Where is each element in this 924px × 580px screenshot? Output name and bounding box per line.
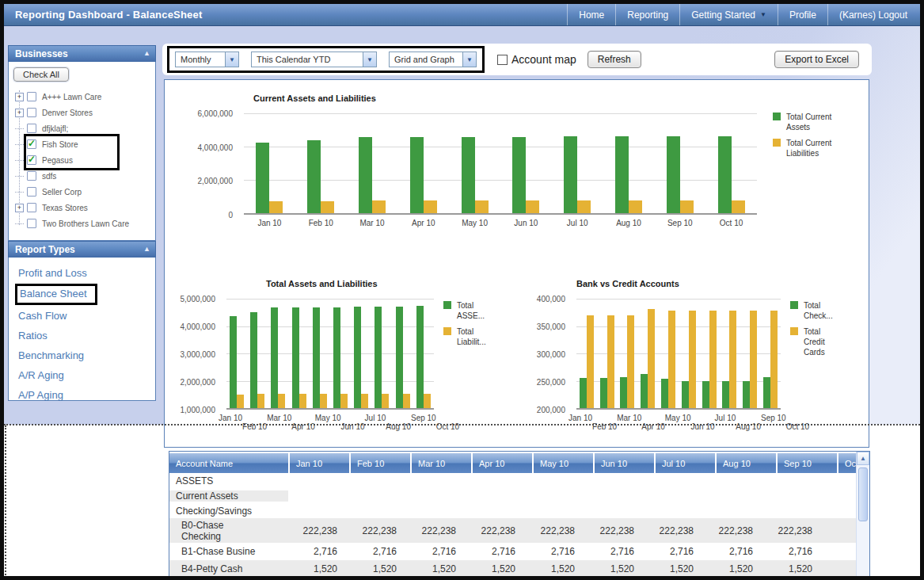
period-dropdown-value: Monthly [176, 52, 225, 67]
collapse-arrow-icon[interactable]: ▲ [143, 246, 150, 253]
nav-home[interactable]: Home [567, 4, 615, 25]
column-header-oct[interactable]: Oct [838, 453, 856, 473]
tree-stub [15, 192, 24, 193]
bar-group [763, 299, 778, 408]
unchecked-checkbox-icon[interactable] [27, 187, 36, 197]
report-types-panel-header[interactable]: Report Types ▲ [8, 241, 156, 258]
bar-green[interactable] [620, 377, 627, 408]
bar-green[interactable] [641, 374, 648, 408]
value-cell: 1,520 [466, 563, 526, 574]
refresh-button[interactable]: Refresh [587, 51, 641, 68]
value-cell: 1,520 [645, 563, 704, 574]
bar-yellow[interactable] [689, 311, 696, 408]
date-range-dropdown[interactable]: This Calendar YTD ▼ [251, 52, 377, 67]
bar-yellow[interactable] [648, 309, 655, 408]
x-tick-label: May 10 [665, 414, 691, 422]
chevron-down-icon[interactable]: ▼ [363, 52, 376, 67]
column-header-sep-10[interactable]: Sep 10 [778, 453, 837, 473]
column-header-feb-10[interactable]: Feb 10 [351, 453, 410, 473]
account-name-cell: Checking/Savings [169, 506, 288, 517]
expand-plus-icon[interactable]: + [15, 109, 24, 117]
grid-vertical-scrollbar[interactable]: ▲ [856, 452, 869, 576]
table-row-b0-chase-checking: B0-ChaseChecking222,238222,238222,238222… [169, 518, 856, 543]
view-mode-dropdown-value: Grid and Graph [390, 52, 462, 67]
legend-item: TotalCreditCards [790, 326, 833, 357]
nav-profile[interactable]: Profile [778, 4, 827, 25]
export-to-excel-button[interactable]: Export to Excel [774, 51, 859, 68]
scrollbar-thumb[interactable] [858, 467, 868, 521]
column-header-account-name[interactable]: Account Name [169, 453, 288, 473]
bar-yellow[interactable] [750, 311, 757, 408]
checkbox-icon[interactable] [497, 55, 508, 65]
column-header-may-10[interactable]: May 10 [534, 453, 593, 473]
page-title: Reporting Dashboard - BalanceSheet [4, 9, 203, 21]
bar-green[interactable] [702, 381, 709, 409]
bar-yellow[interactable] [729, 311, 736, 408]
bar-green[interactable] [600, 378, 607, 408]
column-header-jun-10[interactable]: Jun 10 [595, 453, 654, 473]
bar-green[interactable] [580, 378, 587, 408]
bar-yellow[interactable] [668, 311, 675, 408]
bar-green[interactable] [722, 381, 729, 409]
report-type-benchmarking[interactable]: Benchmarking [18, 349, 84, 361]
value-cell: 222,238 [645, 525, 704, 536]
report-type-cash-flow[interactable]: Cash Flow [18, 310, 67, 322]
expand-plus-icon[interactable]: + [15, 204, 24, 212]
value-cell: 222,238 [526, 525, 585, 536]
chart-bank-vs-credit: Bank vs Credit Accounts400,000350,000300… [165, 80, 869, 447]
column-header-apr-10[interactable]: Apr 10 [473, 453, 532, 473]
unchecked-checkbox-icon[interactable] [27, 219, 36, 228]
nav--karnes-logout[interactable]: (Karnes) Logout [827, 4, 918, 25]
bar-yellow[interactable] [770, 311, 778, 408]
chart-x-axis: Jan 10Feb 10Mar 10Apr 10May 10Jun 10Jul … [568, 414, 789, 422]
column-header-jul-10[interactable]: Jul 10 [656, 453, 715, 473]
businesses-panel-header[interactable]: Businesses ▲ [8, 45, 156, 62]
bar-yellow[interactable] [709, 311, 717, 408]
account-map-checkbox[interactable]: Account map [497, 53, 576, 66]
unchecked-checkbox-icon[interactable] [27, 203, 36, 212]
value-cell: 222,238 [704, 525, 763, 536]
report-type-a-p-aging[interactable]: A/P Aging [18, 389, 63, 401]
account-map-label: Account map [511, 53, 576, 66]
value-cell: 1,520 [407, 563, 466, 574]
checked-checkbox-icon[interactable] [27, 139, 36, 149]
expand-plus-icon[interactable]: + [15, 93, 24, 101]
column-header-mar-10[interactable]: Mar 10 [412, 453, 471, 473]
report-type-balance-sheet[interactable]: Balance Sheet [15, 284, 97, 305]
tree-stub [15, 144, 24, 145]
period-dropdown[interactable]: Monthly ▼ [175, 52, 239, 67]
nav-getting-started[interactable]: Getting Started▼ [679, 4, 778, 25]
report-type-ratios[interactable]: Ratios [18, 330, 48, 342]
chevron-down-icon[interactable]: ▼ [462, 52, 476, 67]
tree-item-label: Pegasus [42, 156, 73, 165]
tree-item-fish-store: Fish Store [11, 136, 153, 152]
scroll-up-arrow-icon[interactable]: ▲ [857, 452, 869, 465]
unchecked-checkbox-icon[interactable] [27, 124, 36, 133]
titlebar-menu: HomeReportingGetting Started▼Profile(Kar… [567, 4, 918, 25]
check-all-button[interactable]: Check All [13, 67, 69, 82]
bar-green[interactable] [763, 377, 770, 408]
view-mode-dropdown[interactable]: Grid and Graph ▼ [389, 52, 477, 67]
column-header-aug-10[interactable]: Aug 10 [717, 453, 776, 473]
x-tick-label: Jan 10 [568, 414, 592, 422]
tree-item-label: Fish Store [42, 140, 78, 149]
checked-checkbox-icon[interactable] [27, 155, 36, 165]
column-header-jan-10[interactable]: Jan 10 [290, 453, 349, 473]
bar-green[interactable] [743, 381, 750, 408]
unchecked-checkbox-icon[interactable] [27, 92, 36, 101]
charts-panel: Current Assets and Liabilities6,000,0004… [164, 79, 869, 448]
nav-reporting[interactable]: Reporting [615, 4, 679, 25]
bar-green[interactable] [661, 379, 668, 408]
chevron-down-icon[interactable]: ▼ [225, 52, 238, 67]
bar-yellow[interactable] [627, 315, 634, 408]
bar-yellow[interactable] [587, 315, 594, 408]
bar-green[interactable] [682, 381, 689, 409]
value-cell: 1,520 [526, 563, 585, 574]
collapse-arrow-icon[interactable]: ▲ [143, 50, 150, 57]
unchecked-checkbox-icon[interactable] [27, 108, 36, 117]
bar-yellow[interactable] [607, 315, 614, 408]
report-type-profit-and-loss[interactable]: Profit and Loss [18, 267, 87, 279]
unchecked-checkbox-icon[interactable] [27, 171, 36, 181]
report-type-a-r-aging[interactable]: A/R Aging [18, 369, 64, 381]
bar-group [682, 299, 696, 408]
